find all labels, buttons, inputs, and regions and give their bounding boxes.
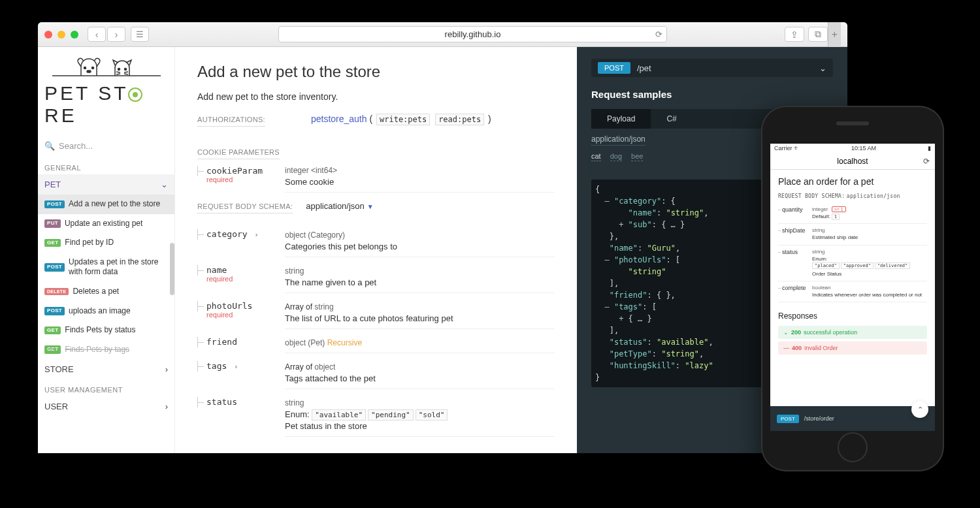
chevron-down-icon: ⌄ xyxy=(783,329,789,336)
phone-screen: Carrier ᯤ 10:15 AM ▮ localhost ⟳ Place a… xyxy=(770,144,935,431)
chevron-right-icon[interactable]: › xyxy=(229,362,238,371)
request-samples-title: Request samples xyxy=(591,89,833,100)
chevron-right-icon[interactable]: › xyxy=(250,230,259,239)
method-badge: PUT xyxy=(44,219,61,227)
tab-csharp[interactable]: C# xyxy=(651,109,692,129)
param-row: tags › Array of objectTags attached to t… xyxy=(197,361,555,393)
phone-body: Place an order for a pet REQUEST BODY SC… xyxy=(770,170,935,355)
sidebar-item[interactable]: GETFinds Pets by tags xyxy=(38,340,174,360)
sidebar-item[interactable]: DELETEDeletes a pet xyxy=(38,282,174,302)
safari-window: ‹ › ☰ rebilly.github.io ⟳ ⇪ ⧉ + xyxy=(38,22,847,453)
param-row: friend object (Pet) Recursive xyxy=(197,337,555,357)
scrollbar-thumb[interactable] xyxy=(170,243,174,295)
chevron-down-icon: ▼ xyxy=(367,203,374,210)
safari-toolbar: ‹ › ☰ rebilly.github.io ⟳ ⇪ ⧉ + xyxy=(38,22,847,47)
scroll-top-button[interactable]: ⌃ xyxy=(911,401,928,418)
search-icon: 🔍 xyxy=(44,141,55,151)
phone-mockup: Carrier ᯤ 10:15 AM ▮ localhost ⟳ Place a… xyxy=(761,106,944,471)
sidebar-section-pet[interactable]: PET ⌄ xyxy=(38,174,174,195)
home-button-icon xyxy=(845,443,860,458)
phone-param-row: statusstringEnum: "placed""approved""del… xyxy=(778,246,927,281)
tab-payload[interactable]: Payload xyxy=(591,109,651,129)
sidebar-item-label: uploads an image xyxy=(69,306,131,317)
svg-point-2 xyxy=(91,67,93,69)
phone-operation-title: Place an order for a pet xyxy=(778,176,927,187)
nav-buttons: ‹ › xyxy=(88,27,125,42)
endpoint-selector[interactable]: POST /pet ⌄ xyxy=(591,59,833,77)
svg-line-8 xyxy=(124,72,128,72)
chevron-down-icon: ⌄ xyxy=(161,180,168,189)
close-icon[interactable] xyxy=(44,31,52,39)
param-cookie: cookieParam required integer <int64> Som… xyxy=(197,166,555,197)
phone-param-row: shipDatestring Estimated ship date xyxy=(778,224,927,245)
share-button[interactable]: ⇪ xyxy=(785,27,804,42)
sidebar-item[interactable]: GETFinds Pets by status xyxy=(38,321,174,340)
page-body: PET STRE 🔍 Search... GENERAL PET ⌄ POSTA… xyxy=(38,47,847,453)
svg-rect-3 xyxy=(87,71,91,72)
method-badge: POST xyxy=(44,200,65,208)
sidebar-item-label: Find pet by ID xyxy=(65,238,114,248)
new-tab-button[interactable]: + xyxy=(828,22,841,47)
method-badge: POST xyxy=(44,307,65,315)
sidebar-item[interactable]: POSTAdd a new pet to the store xyxy=(38,195,174,214)
param-row: photoUrls required Array of stringThe li… xyxy=(197,301,555,333)
wifi-icon: ᯤ xyxy=(794,145,800,151)
method-badge: GET xyxy=(44,326,61,334)
sidebar-item[interactable]: PUTUpdate an existing pet xyxy=(38,214,174,234)
forward-button[interactable]: › xyxy=(107,27,125,42)
dash-icon: — xyxy=(783,345,789,351)
sidebar-item-label: Updates a pet in the store with form dat… xyxy=(69,257,168,278)
sidebar-item-label: Finds Pets by status xyxy=(65,325,135,336)
url-bar[interactable]: rebilly.github.io ⟳ xyxy=(278,26,667,42)
sidebar-item[interactable]: GETFind pet by ID xyxy=(38,233,174,253)
toolbar-right: ⇪ ⧉ xyxy=(785,27,828,42)
chevron-right-icon: › xyxy=(165,402,168,411)
zoom-icon[interactable] xyxy=(71,31,78,39)
phone-endpoint-path: /store/order xyxy=(804,415,834,422)
page-url: rebilly.github.io xyxy=(445,29,501,39)
search-input[interactable]: 🔍 Search... xyxy=(44,138,168,153)
request-body-schema: REQUEST BODY SCHEMA: application/json ▼ xyxy=(197,200,555,220)
auth-label: AUTHORIZATIONS: xyxy=(197,116,265,127)
logo: PET STRE xyxy=(38,47,174,135)
method-badge: GET xyxy=(44,239,61,247)
phone-param-row: quantityinteger >= 1Default: 1 xyxy=(778,203,927,224)
svg-line-6 xyxy=(116,72,120,72)
chevron-right-icon: › xyxy=(165,364,168,374)
param-row: status stringEnum: "available""pending""… xyxy=(197,397,555,441)
disc-bee[interactable]: bee xyxy=(631,152,643,161)
auth-value: petstore_auth ( write:pets read:pets ) xyxy=(311,114,491,124)
phone-schema-label: REQUEST BODY SCHEMA: application/json xyxy=(778,193,927,199)
window-controls xyxy=(44,31,78,39)
method-badge: POST xyxy=(44,263,65,271)
phone-nav: localhost ⟳ xyxy=(770,153,935,170)
sidebar-section-store[interactable]: STORE › xyxy=(38,359,174,379)
endpoint-path: /pet xyxy=(637,63,813,73)
sidebar-item-label: Add a new pet to the store xyxy=(69,199,160,210)
battery-icon: ▮ xyxy=(928,145,931,151)
disc-cat[interactable]: cat xyxy=(591,152,601,161)
sidebar-section-user[interactable]: USER › xyxy=(38,396,174,417)
svg-point-4 xyxy=(118,69,120,71)
phone-method-badge: POST xyxy=(777,415,799,423)
sidebar-item[interactable]: POSTuploads an image xyxy=(38,302,174,321)
disc-dog[interactable]: dog xyxy=(610,152,622,161)
phone-response-row[interactable]: ⌄200 successful operation xyxy=(778,326,927,339)
api-sidebar: PET STRE 🔍 Search... GENERAL PET ⌄ POSTA… xyxy=(38,47,175,453)
svg-line-9 xyxy=(124,74,128,74)
sidebar-category-user: USER MANAGEMENT xyxy=(38,379,174,396)
sidebar-item[interactable]: POSTUpdates a pet in the store with form… xyxy=(38,253,174,282)
param-row: name required stringThe name given to a … xyxy=(197,265,555,297)
content-type-select[interactable]: application/json ▼ xyxy=(306,200,373,211)
method-badge: DELETE xyxy=(44,288,69,295)
sidebar-category-general: GENERAL xyxy=(38,157,174,174)
sidebar-toggle-button[interactable]: ☰ xyxy=(131,27,149,42)
tabs-button[interactable]: ⧉ xyxy=(808,27,828,42)
reload-icon[interactable]: ⟳ xyxy=(655,29,662,39)
minimize-icon[interactable] xyxy=(57,31,65,39)
back-button[interactable]: ‹ xyxy=(88,27,106,42)
reload-icon[interactable]: ⟳ xyxy=(923,157,930,166)
sidebar-item-label: Finds Pets by tags xyxy=(65,345,129,355)
phone-time: 10:15 AM xyxy=(851,145,876,151)
phone-response-row[interactable]: —400 Invalid Order xyxy=(778,341,927,355)
